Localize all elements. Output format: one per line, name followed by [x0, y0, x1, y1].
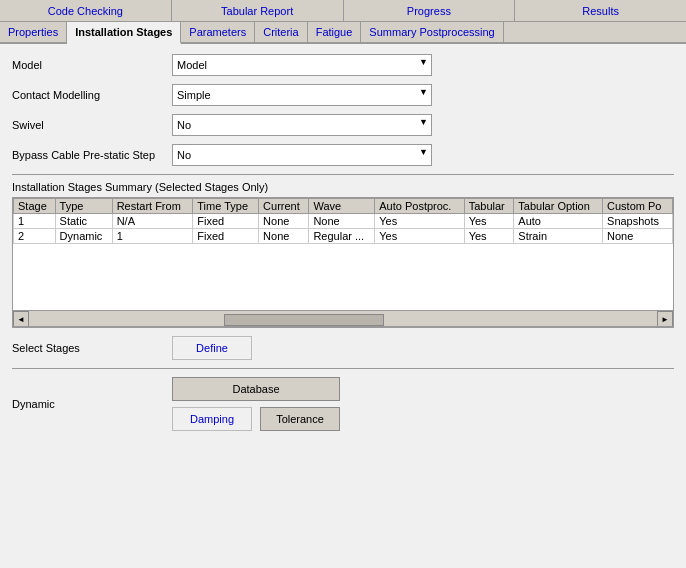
model-select[interactable]: Model	[172, 54, 432, 76]
table-cell: 1	[112, 229, 193, 244]
contact-modelling-select-wrapper: Simple	[172, 84, 432, 106]
table-cell: Yes	[375, 229, 464, 244]
table-cell: Yes	[375, 214, 464, 229]
table-cell: Static	[55, 214, 112, 229]
table-section-label: Installation Stages Summary (Selected St…	[12, 181, 674, 193]
col-type: Type	[55, 199, 112, 214]
main-content: Model Model Contact Modelling Simple Swi…	[0, 44, 686, 449]
subtab-summary-postprocessing[interactable]: Summary Postprocessing	[361, 22, 503, 42]
col-tabular-option: Tabular Option	[514, 199, 603, 214]
table-cell: Snapshots	[603, 214, 673, 229]
table-cell: Fixed	[193, 229, 259, 244]
contact-modelling-row: Contact Modelling Simple	[12, 84, 674, 106]
select-stages-row: Select Stages Define	[12, 327, 674, 368]
col-current: Current	[259, 199, 309, 214]
scroll-thumb[interactable]	[224, 314, 384, 326]
subtab-parameters[interactable]: Parameters	[181, 22, 255, 42]
contact-modelling-label: Contact Modelling	[12, 89, 172, 101]
col-stage: Stage	[14, 199, 56, 214]
col-custom-po: Custom Po	[603, 199, 673, 214]
tab-results[interactable]: Results	[515, 0, 686, 21]
dynamic-label: Dynamic	[12, 398, 172, 410]
model-row: Model Model	[12, 54, 674, 76]
swivel-row: Swivel No	[12, 114, 674, 136]
subtab-fatigue[interactable]: Fatigue	[308, 22, 362, 42]
swivel-select-wrapper: No	[172, 114, 432, 136]
bypass-cable-select-wrapper: No	[172, 144, 432, 166]
col-auto-postproc: Auto Postproc.	[375, 199, 464, 214]
stages-table: Stage Type Restart From Time Type Curren…	[13, 198, 673, 244]
database-button[interactable]: Database	[172, 377, 340, 401]
swivel-select[interactable]: No	[172, 114, 432, 136]
table-cell: N/A	[112, 214, 193, 229]
select-stages-label: Select Stages	[12, 342, 172, 354]
table-row[interactable]: 1StaticN/AFixedNoneNoneYesYesAutoSnapsho…	[14, 214, 673, 229]
horizontal-scrollbar[interactable]: ◄ ►	[13, 310, 673, 327]
stages-table-container: Stage Type Restart From Time Type Curren…	[12, 197, 674, 327]
damping-tolerance-row: Damping Tolerance	[172, 407, 340, 431]
model-label: Model	[12, 59, 172, 71]
tab-progress[interactable]: Progress	[344, 0, 516, 21]
table-cell: 2	[14, 229, 56, 244]
bypass-cable-row: Bypass Cable Pre-static Step No	[12, 144, 674, 166]
col-tabular: Tabular	[464, 199, 514, 214]
table-cell: Auto	[514, 214, 603, 229]
table-cell: None	[259, 214, 309, 229]
top-tab-bar: Code Checking Tabular Report Progress Re…	[0, 0, 686, 22]
table-cell: None	[259, 229, 309, 244]
divider-1	[12, 174, 674, 175]
table-cell: Dynamic	[55, 229, 112, 244]
table-cell: Strain	[514, 229, 603, 244]
subtab-installation-stages[interactable]: Installation Stages	[67, 22, 181, 44]
col-wave: Wave	[309, 199, 375, 214]
tolerance-button[interactable]: Tolerance	[260, 407, 340, 431]
dynamic-row: Dynamic Database Damping Tolerance	[12, 368, 674, 439]
subtab-criteria[interactable]: Criteria	[255, 22, 307, 42]
model-select-wrapper: Model	[172, 54, 432, 76]
scroll-right-button[interactable]: ►	[657, 311, 673, 328]
table-cell: None	[603, 229, 673, 244]
table-row[interactable]: 2Dynamic1FixedNoneRegular ...YesYesStrai…	[14, 229, 673, 244]
table-cell: Yes	[464, 229, 514, 244]
define-button[interactable]: Define	[172, 336, 252, 360]
table-cell: None	[309, 214, 375, 229]
sub-tab-bar: Properties Installation Stages Parameter…	[0, 22, 686, 44]
scroll-track	[45, 314, 641, 326]
select-stages-buttons: Define	[172, 336, 252, 360]
table-cell: Yes	[464, 214, 514, 229]
col-time-type: Time Type	[193, 199, 259, 214]
tab-tabular-report[interactable]: Tabular Report	[172, 0, 344, 21]
swivel-label: Swivel	[12, 119, 172, 131]
table-cell: Regular ...	[309, 229, 375, 244]
subtab-properties[interactable]: Properties	[0, 22, 67, 42]
table-cell: 1	[14, 214, 56, 229]
tab-code-checking[interactable]: Code Checking	[0, 0, 172, 21]
contact-modelling-select[interactable]: Simple	[172, 84, 432, 106]
bypass-cable-select[interactable]: No	[172, 144, 432, 166]
damping-button[interactable]: Damping	[172, 407, 252, 431]
table-header-row: Stage Type Restart From Time Type Curren…	[14, 199, 673, 214]
bypass-cable-label: Bypass Cable Pre-static Step	[12, 149, 172, 161]
table-cell: Fixed	[193, 214, 259, 229]
scroll-left-button[interactable]: ◄	[13, 311, 29, 328]
col-restart-from: Restart From	[112, 199, 193, 214]
